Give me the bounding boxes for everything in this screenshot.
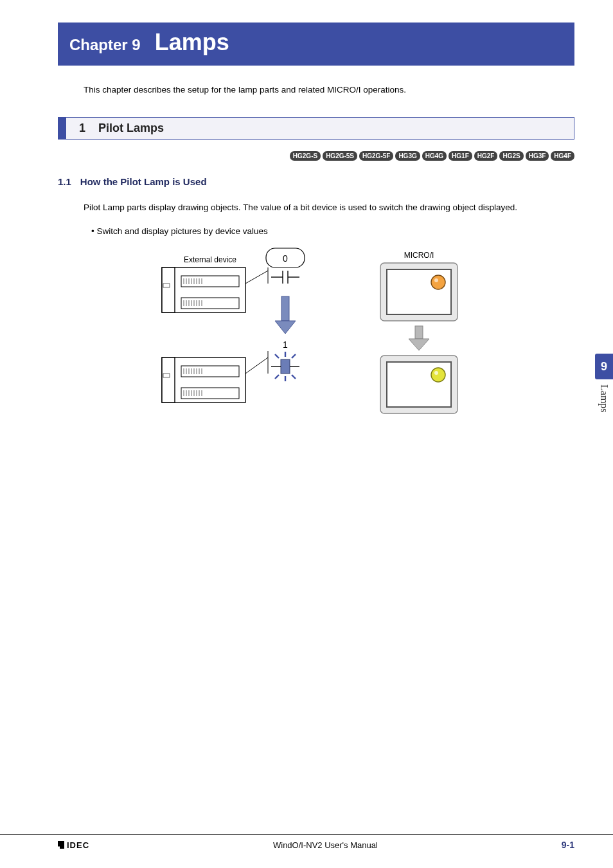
svg-rect-32 xyxy=(162,357,175,402)
svg-line-58 xyxy=(292,354,296,358)
pilot-lamp-diagram: External device 0 xyxy=(58,245,574,431)
svg-marker-69 xyxy=(409,339,429,350)
model-tag: HG2G-5F xyxy=(359,151,393,161)
arrow-down-icon xyxy=(275,296,296,334)
subsection-number: 1.1 xyxy=(58,176,71,187)
model-tags: HG2G-S HG2G-5S HG2G-5F HG3G HG4G HG1F HG… xyxy=(58,151,574,161)
microi-panel-top xyxy=(380,263,458,321)
svg-rect-53 xyxy=(281,359,290,374)
side-tab-number: 9 xyxy=(595,354,613,379)
svg-rect-34 xyxy=(181,366,239,377)
svg-point-73 xyxy=(434,371,438,375)
model-tag: HG2G-5S xyxy=(323,151,357,161)
section-accent xyxy=(58,118,66,139)
svg-line-28 xyxy=(245,271,268,284)
chapter-banner: Chapter 9 Lamps xyxy=(58,23,574,66)
svg-rect-68 xyxy=(415,326,423,339)
svg-line-61 xyxy=(292,375,296,379)
svg-point-72 xyxy=(431,368,445,382)
svg-text:0: 0 xyxy=(283,253,288,264)
page-footer: IDEC WindO/I-NV2 User's Manual 9-1 xyxy=(0,834,613,850)
external-device-bottom xyxy=(162,357,245,402)
arrow-down-icon xyxy=(409,326,429,350)
footer-logo: IDEC xyxy=(58,840,89,850)
svg-line-56 xyxy=(275,354,279,358)
state-1-symbol: 1 xyxy=(245,339,299,381)
model-tag: HG2F xyxy=(474,151,498,161)
model-tag: HG3G xyxy=(395,151,420,161)
side-tab: 9 Lamps xyxy=(595,354,613,413)
microi-label: MICRO/I xyxy=(404,251,434,260)
external-device-label: External device xyxy=(184,255,236,264)
model-tag: HG3F xyxy=(526,151,549,161)
section-number: 1 xyxy=(66,118,98,139)
svg-line-59 xyxy=(275,375,279,379)
logo-icon xyxy=(58,841,64,849)
footer-manual-title: WindO/I-NV2 User's Manual xyxy=(89,840,562,850)
svg-rect-1 xyxy=(162,267,175,312)
section-title: Pilot Lamps xyxy=(98,118,164,139)
external-device-top xyxy=(162,267,245,312)
microi-panel-bottom xyxy=(380,356,458,413)
svg-rect-3 xyxy=(181,276,239,287)
model-tag: HG2G-S xyxy=(290,151,321,161)
svg-text:1: 1 xyxy=(283,339,288,350)
svg-line-63 xyxy=(245,357,268,374)
bullet-item: Switch and display pictures by device va… xyxy=(91,226,574,236)
footer-page-number: 9-1 xyxy=(562,840,574,850)
svg-rect-29 xyxy=(281,296,289,321)
chapter-title: Lamps xyxy=(155,29,229,56)
svg-rect-4 xyxy=(181,298,239,309)
chapter-intro: This chapter describes the setup for the… xyxy=(84,85,574,95)
model-tag: HG4G xyxy=(422,151,447,161)
model-tag: HG4F xyxy=(551,151,574,161)
section-banner: 1 Pilot Lamps xyxy=(58,117,574,140)
model-tag: HG1F xyxy=(449,151,472,161)
side-tab-label: Lamps xyxy=(598,384,610,413)
svg-point-67 xyxy=(434,278,438,282)
svg-point-66 xyxy=(431,275,445,289)
svg-rect-35 xyxy=(181,388,239,399)
subsection-title: How the Pilot Lamp is Used xyxy=(80,176,207,187)
model-tag: HG2S xyxy=(499,151,523,161)
chapter-label: Chapter 9 xyxy=(69,36,141,54)
state-0-symbol: 0 xyxy=(245,248,305,284)
svg-marker-30 xyxy=(275,321,296,334)
subsection-heading: 1.1 How the Pilot Lamp is Used xyxy=(58,176,574,187)
body-paragraph: Pilot Lamp parts display drawing objects… xyxy=(84,203,574,212)
